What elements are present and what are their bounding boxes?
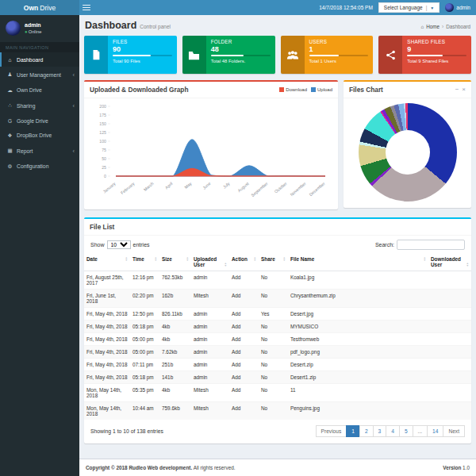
cell-downloaded-user [428, 402, 471, 420]
cell-action: Add [229, 290, 259, 308]
progress-bar [309, 55, 369, 56]
table-row: Fri, June 1st, 201802:20 pm162bMiteshAdd… [84, 290, 471, 308]
file-table: Date▲▼Time▲▼Size▲▼Uploaded User▲▼Action▲… [84, 253, 471, 420]
page-length-select[interactable]: 10 [107, 240, 131, 249]
progress-bar [407, 55, 466, 56]
sidebar-item-label: Report [17, 148, 33, 154]
column-label: File Name [290, 256, 314, 262]
cell-file-name: Desert1.zip [288, 371, 428, 384]
info-box-text: Total 48 Folders. [211, 59, 271, 63]
page-button-14[interactable]: 14 [427, 425, 443, 437]
svg-text:0: 0 [104, 174, 106, 178]
column-label: Time [132, 256, 144, 262]
next-page-button[interactable]: Next [443, 425, 465, 437]
graph-panel-header: Uploaded & Downloaded Graph DownloadUplo… [84, 82, 338, 98]
column-header-size[interactable]: Size▲▼ [159, 253, 191, 271]
svg-text:December: December [308, 181, 325, 197]
divider: | [426, 5, 428, 10]
legend-swatch [279, 87, 284, 92]
cell-uploaded-user: admin [191, 333, 229, 346]
cell-downloaded-user [428, 384, 471, 402]
search-input[interactable] [397, 240, 465, 250]
column-header-date[interactable]: Date▲▼ [84, 253, 130, 271]
sidebar-item-label: Sharing [17, 103, 35, 109]
sidebar-item-own-drive[interactable]: ☁Own Drive [0, 83, 79, 98]
sidebar-toggle-icon[interactable] [79, 0, 94, 15]
language-selector-button[interactable]: Select Language | ▼ [378, 2, 440, 13]
progress-bar [113, 55, 172, 56]
app-logo[interactable]: Own Drive [0, 0, 79, 15]
info-box-files: FILES90Total 90 Files [84, 36, 177, 74]
legend-label: Upload [317, 87, 332, 92]
info-box-label: SHARED FILES [407, 39, 466, 44]
cell-size: 7.62kb [159, 346, 191, 359]
sort-icon: ▲▼ [125, 257, 128, 262]
table-row: Fri, May 4th, 201805:00 pm7.62kbadminAdd… [84, 346, 471, 359]
sidebar-item-dashboard[interactable]: ⌂Dashboard [0, 52, 79, 67]
files-chart-title: Files Chart [349, 86, 383, 94]
google-drive-icon: G [6, 118, 13, 124]
svg-text:November: November [289, 181, 306, 197]
sidebar-item-configuration[interactable]: ⚙Configuration [0, 159, 79, 174]
cell-action: Add [229, 402, 259, 420]
page-button-2[interactable]: 2 [359, 425, 374, 437]
breadcrumb-home[interactable]: Home [426, 24, 440, 29]
main-footer: Copyright © 2018 Rudleo Web development.… [79, 459, 476, 476]
cell-downloaded-user [428, 290, 471, 308]
cell-time: 05:18 pm [130, 371, 159, 384]
close-icon[interactable]: × [462, 86, 466, 93]
svg-text:100: 100 [99, 139, 106, 144]
page-button-4[interactable]: 4 [386, 425, 400, 437]
cell-downloaded-user [428, 359, 471, 371]
sidebar-section-label: MAIN NAVIGATION [0, 42, 79, 52]
column-header-downloaded-user[interactable]: Downloaded User▲▼ [428, 253, 471, 271]
svg-text:25: 25 [102, 165, 106, 170]
cell-date: Fri, May 4th, 2018 [84, 346, 130, 359]
sidebar-item-dropbox-drive[interactable]: ❖DropBox Drive [0, 128, 79, 143]
sidebar-item-user-management[interactable]: ♟User Management‹ [0, 67, 79, 83]
cell-date: Fri, May 4th, 2018 [84, 308, 130, 321]
sidebar-item-sharing[interactable]: ∴Sharing‹ [0, 98, 79, 113]
cell-file-name: pdf_logo.png [288, 346, 428, 359]
avatar [445, 3, 454, 12]
progress-bar [211, 55, 271, 56]
page-button-3[interactable]: 3 [373, 425, 387, 437]
minimize-icon[interactable]: − [455, 86, 459, 93]
info-box-label: USERS [309, 39, 369, 44]
show-label: Show [90, 242, 105, 248]
column-header-uploaded-user[interactable]: Uploaded User▲▼ [191, 253, 229, 271]
column-label: Share [261, 256, 275, 262]
previous-page-button[interactable]: Previous [316, 425, 347, 437]
table-row: Mon, May 14th, 201810:44 am759.6kbMitesh… [84, 402, 471, 420]
legend-item-download: Download [279, 87, 307, 92]
column-header-time[interactable]: Time▲▼ [130, 253, 159, 271]
cell-share: Yes [259, 308, 288, 321]
cell-file-name: 11 [288, 384, 428, 402]
sidebar-item-google-drive[interactable]: GGoogle Drive [0, 113, 79, 128]
files-chart-panel: Files Chart − × [344, 80, 471, 208]
cell-uploaded-user: Mitesh [191, 384, 229, 402]
pagination: Previous12345...14Next [317, 425, 465, 437]
page-button-5[interactable]: 5 [399, 425, 413, 437]
footer-version-value: 1.0 [463, 465, 470, 470]
column-header-file-name[interactable]: File Name▲▼ [288, 253, 428, 271]
info-box-text: Total 9 Shared Files [407, 59, 466, 63]
column-header-action[interactable]: Action▲▼ [229, 253, 259, 271]
cell-time: 02:20 pm [130, 290, 159, 308]
cell-action: Add [229, 333, 259, 346]
cell-share: No [259, 384, 288, 402]
share-icon [378, 36, 402, 74]
cell-date: Fri, May 4th, 2018 [84, 333, 130, 346]
column-header-share[interactable]: Share▲▼ [259, 253, 288, 271]
sort-icon: ▲▼ [282, 257, 286, 262]
sidebar-user-panel: admin ●Online [0, 15, 79, 42]
file-table-body: Fri, August 25th, 201712:16 pm762.53kbad… [84, 271, 471, 420]
svg-text:50: 50 [102, 156, 106, 161]
cell-uploaded-user: admin [191, 308, 229, 321]
sort-icon: ▲▼ [224, 263, 227, 267]
info-box-text: Total 1 Users [309, 59, 369, 63]
page-button-1[interactable]: 1 [346, 425, 360, 437]
sidebar-item-report[interactable]: ▦Report‹ [0, 143, 79, 159]
header-user-menu[interactable]: admin [445, 3, 470, 12]
table-row: Fri, May 4th, 201805:18 pm141badminAddNo… [84, 371, 471, 384]
